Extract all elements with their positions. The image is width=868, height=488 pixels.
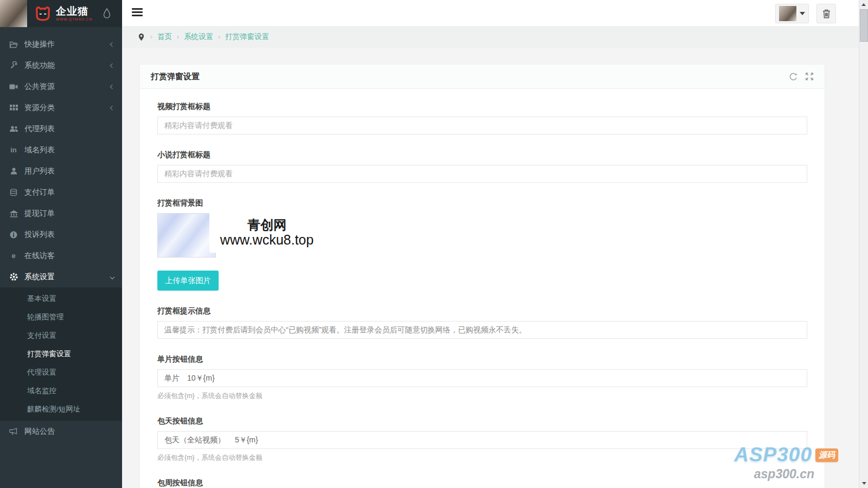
video-camera-icon	[8, 84, 19, 90]
tip-message-input[interactable]	[157, 321, 807, 339]
sidebar-item-online-visitors[interactable]: e 在线访客	[0, 245, 122, 266]
center-watermark: 青创网 www.wcku8.top	[209, 213, 324, 253]
bullhorn-icon	[8, 428, 19, 435]
sidebar-item-public-resources[interactable]: 公共资源	[0, 76, 122, 97]
app-subtitle: WWW.QYMAO.CN	[56, 18, 92, 22]
chevron-left-icon	[110, 105, 114, 110]
fullscreen-icon[interactable]	[805, 72, 814, 81]
database-icon	[8, 189, 19, 196]
video-title-label: 视频打赏框标题	[157, 102, 807, 112]
watermark-domain: asp300.cn	[734, 467, 814, 481]
watermark-site-name: 青创网	[247, 217, 286, 233]
sidebar-item-site-announcement[interactable]: 网站公告	[0, 421, 122, 442]
day-button-label: 包天按钮信息	[157, 416, 807, 426]
sidebar-item-quick-actions[interactable]: 快捷操作	[0, 34, 122, 55]
breadcrumb-separator: ›	[177, 33, 179, 41]
clear-cache-button[interactable]	[816, 4, 836, 23]
caret-down-icon	[800, 12, 805, 15]
panel-header: 打赏弹窗设置	[140, 65, 825, 89]
scrollbar-thumb[interactable]	[860, 9, 868, 42]
breadcrumb-home-link[interactable]: 首页	[157, 32, 172, 42]
info-circle-icon	[8, 231, 19, 239]
refresh-icon[interactable]	[789, 72, 797, 81]
breadcrumb-current-page[interactable]: 打赏弹窗设置	[225, 32, 269, 42]
sidebar-header: 企业猫 WWW.QYMAO.CN	[0, 0, 122, 27]
sidebar-item-resource-categories[interactable]: 资源分类	[0, 97, 122, 118]
sidebar-item-withdrawal-orders[interactable]: 提现订单	[0, 203, 122, 224]
scroll-down-arrow[interactable]	[859, 479, 868, 488]
field-day-button: 包天按钮信息 必须包含{m}，系统会自动替换金额	[157, 416, 807, 463]
scroll-up-arrow[interactable]	[859, 0, 868, 9]
app-logo[interactable]: 企业猫 WWW.QYMAO.CN	[34, 5, 92, 22]
avatar	[779, 6, 796, 21]
watermark-brand: ASP300	[734, 444, 812, 466]
breadcrumb-separator: ›	[150, 33, 152, 41]
submenu-item-basic-settings[interactable]: 基本设置	[0, 290, 122, 308]
e-badge-icon: e	[8, 252, 19, 260]
chevron-left-icon	[110, 42, 114, 46]
panel-title: 打赏弹窗设置	[151, 72, 200, 82]
user-icon	[8, 168, 19, 175]
single-button-input[interactable]	[157, 369, 807, 387]
gear-icon	[8, 273, 19, 281]
main-content: 打赏弹窗设置 视频打赏框标题 小说打赏框标题 打赏框背景图	[122, 48, 859, 488]
upload-image-button[interactable]: 上传单张图片	[157, 271, 219, 291]
chevron-down-icon	[110, 274, 114, 279]
chevron-left-icon	[110, 63, 114, 67]
novel-title-label: 小说打赏框标题	[157, 150, 807, 160]
submenu-item-qilin-detection[interactable]: 麒麟检测/短网址	[0, 400, 122, 419]
sidebar-item-payment-orders[interactable]: 支付订单	[0, 182, 122, 203]
corner-photo	[0, 0, 27, 27]
user-menu-button[interactable]	[775, 4, 809, 23]
breadcrumb-section-link[interactable]: 系统设置	[184, 32, 213, 42]
submenu-item-agent-settings[interactable]: 代理设置	[0, 363, 122, 382]
submenu-item-reward-popup-settings[interactable]: 打赏弹窗设置	[0, 345, 122, 363]
in-badge-icon: in	[8, 146, 19, 154]
day-button-help: 必须包含{m}，系统会自动替换金额	[157, 453, 807, 463]
breadcrumb: › 首页 › 系统设置 › 打赏弹窗设置	[122, 26, 859, 48]
sidebar-item-agent-list[interactable]: 代理列表	[0, 118, 122, 139]
app-title: 企业猫	[56, 6, 92, 16]
sidebar-toggle-icon[interactable]	[132, 8, 143, 17]
sidebar-item-system-settings[interactable]: 系统设置	[0, 266, 122, 287]
vertical-scrollbar[interactable]	[859, 0, 868, 488]
sidebar-item-complaint-list[interactable]: 投诉列表	[0, 224, 122, 245]
field-week-button: 包周按钮信息 必须包含{m}，系统会自动替换金额	[157, 478, 807, 488]
breadcrumb-separator: ›	[218, 33, 220, 41]
field-video-title: 视频打赏框标题	[157, 102, 807, 134]
bg-image-label: 打赏框背景图	[157, 198, 807, 208]
cat-logo-icon	[34, 5, 52, 22]
sidebar-item-user-list[interactable]: 用户列表	[0, 160, 122, 182]
video-title-input[interactable]	[157, 117, 807, 134]
sidebar-item-system-functions[interactable]: 系统功能	[0, 55, 122, 76]
top-navbar	[122, 0, 859, 26]
sidebar-nav: 快捷操作 系统功能 公共资源 资源分类	[0, 27, 122, 442]
watermark-badge: 源码	[815, 448, 838, 462]
wrench-icon	[8, 61, 19, 69]
corner-watermark: ASP300 源码 asp300.cn	[734, 444, 838, 481]
chevron-left-icon	[110, 84, 114, 88]
submenu-item-domain-monitoring[interactable]: 域名监控	[0, 382, 122, 400]
system-settings-submenu: 基本设置 轮播图管理 支付设置 打赏弹窗设置 代理设置 域名监控 麒麟检测/短网…	[0, 287, 122, 421]
panel-body: 视频打赏框标题 小说打赏框标题 打赏框背景图 上传单张图片 打赏框提示信息 单片…	[140, 89, 825, 488]
week-button-label: 包周按钮信息	[157, 478, 807, 488]
grid-icon	[8, 104, 19, 111]
day-button-input[interactable]	[157, 431, 807, 449]
field-novel-title: 小说打赏框标题	[157, 150, 807, 183]
sidebar-item-domain-list[interactable]: in 域名列表	[0, 139, 122, 160]
single-button-help: 必须包含{m}，系统会自动替换金额	[157, 391, 807, 401]
submenu-item-carousel-management[interactable]: 轮播图管理	[0, 308, 122, 326]
single-button-label: 单片按钮信息	[157, 355, 807, 364]
watermark-site-url: www.wcku8.top	[220, 232, 314, 248]
tip-message-label: 打赏框提示信息	[157, 306, 807, 316]
folder-icon	[8, 41, 19, 48]
field-tip-message: 打赏框提示信息	[157, 306, 807, 339]
novel-title-input[interactable]	[157, 165, 807, 183]
droplet-icon[interactable]	[103, 8, 111, 18]
bank-icon	[8, 210, 19, 217]
trash-icon	[822, 9, 831, 18]
users-icon	[8, 125, 19, 132]
submenu-item-payment-settings[interactable]: 支付设置	[0, 326, 122, 345]
bg-image-thumbnail[interactable]	[157, 213, 216, 258]
field-single-button: 单片按钮信息 必须包含{m}，系统会自动替换金额	[157, 355, 807, 401]
